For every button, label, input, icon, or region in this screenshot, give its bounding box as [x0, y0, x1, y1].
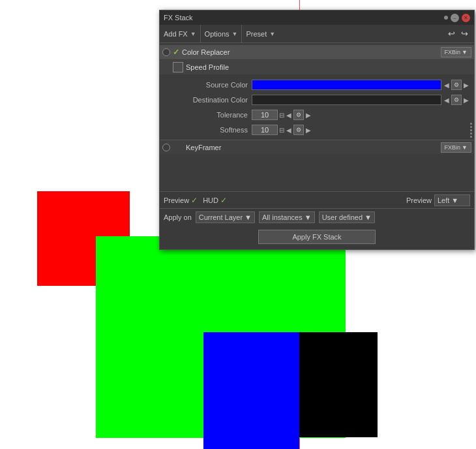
- source-color-icon-btn[interactable]: ⚙: [451, 80, 462, 90]
- tolerance-left-btn[interactable]: ◀: [285, 112, 293, 119]
- rect-black: [299, 332, 378, 437]
- preview-pos-dropdown[interactable]: Left ▼: [434, 194, 470, 206]
- add-fx-section[interactable]: Add FX ▼: [160, 25, 201, 42]
- all-instances-dropdown[interactable]: All instances ▼: [259, 211, 315, 223]
- hud-check-label[interactable]: HUD ✓: [203, 196, 227, 205]
- bottom-row1: Preview ✓ HUD ✓ Preview Left ▼: [160, 192, 474, 209]
- keyframer-label: KeyFramer: [186, 144, 438, 151]
- options-section[interactable]: Options ▼: [201, 25, 243, 42]
- grip-dot: [470, 136, 472, 138]
- fx-speed-profile-label: Speed Profile: [186, 63, 471, 71]
- softness-label: Softness: [164, 126, 252, 134]
- dest-color-right-btn[interactable]: ▶: [462, 97, 470, 104]
- window-title: FX Stack: [164, 14, 193, 22]
- current-layer-dropdown[interactable]: Current Layer ▼: [196, 211, 255, 223]
- fx-spacer: [160, 154, 474, 190]
- grip-dot: [470, 132, 472, 134]
- fx-enable-circle[interactable]: [162, 48, 170, 56]
- rect-blue: [203, 332, 299, 449]
- preview-label: Preview: [164, 196, 189, 204]
- title-bar-left: FX Stack: [164, 14, 193, 22]
- softness-right-btn[interactable]: ▶: [305, 127, 312, 134]
- source-color-left-btn[interactable]: ◀: [443, 82, 451, 89]
- user-defined-value: User defined: [322, 213, 363, 221]
- fx-item-speed-profile[interactable]: Speed Profile: [160, 60, 474, 74]
- fx-check-box-speed[interactable]: [173, 62, 183, 72]
- softness-controls: ⊟ ◀ ⚙ ▶: [279, 125, 312, 135]
- close-button[interactable]: ✕: [462, 14, 470, 22]
- title-bar: FX Stack – ✕: [160, 10, 474, 25]
- fx-color-replacer-label: Color Replacer: [182, 48, 438, 56]
- hud-label: HUD: [203, 196, 218, 204]
- bottom-controls: Preview ✓ HUD ✓ Preview Left ▼ Apply on …: [160, 191, 474, 249]
- source-color-swatch[interactable]: [252, 80, 441, 90]
- keyframer-row[interactable]: KeyFramer FXBin ▼: [160, 140, 474, 154]
- source-color-row: Source Color ◀ ⚙ ▶: [164, 78, 470, 92]
- source-color-label: Source Color: [164, 81, 252, 89]
- preset-section[interactable]: Preset ▼ ↩ ↪: [242, 25, 474, 42]
- user-defined-dropdown[interactable]: User defined ▼: [319, 211, 375, 223]
- dest-color-left-btn[interactable]: ◀: [443, 97, 451, 104]
- grip-dot: [470, 123, 472, 125]
- fxbin-color-replacer-button[interactable]: FXBin ▼: [441, 47, 471, 57]
- side-grip: [468, 121, 474, 139]
- preview-check: ✓: [191, 196, 198, 205]
- redo-button[interactable]: ↪: [459, 28, 470, 39]
- preview-right-label: Preview: [406, 196, 432, 204]
- window-dot: [444, 16, 448, 20]
- destination-color-row: Destination Color ◀ ⚙ ▶: [164, 93, 470, 107]
- softness-row: Softness 10 ⊟ ◀ ⚙ ▶: [164, 123, 470, 137]
- softness-icon-btn[interactable]: ⚙: [293, 125, 304, 135]
- fx-stack-panel: FX Stack – ✕ Add FX ▼ Options ▼ Preset ▼…: [159, 10, 475, 250]
- fxbin-arrow: ▼: [462, 49, 468, 55]
- keyframer-fxbin-arrow: ▼: [462, 144, 468, 151]
- dest-color-swatch[interactable]: [252, 95, 441, 105]
- add-fx-label: Add FX: [164, 30, 188, 38]
- source-color-controls: ◀ ⚙ ▶: [443, 80, 470, 90]
- tolerance-right-btn[interactable]: ▶: [305, 112, 312, 119]
- preview-right-section: Preview Left ▼: [406, 194, 470, 206]
- preset-label: Preset: [246, 30, 267, 38]
- current-layer-value: Current Layer: [199, 213, 243, 221]
- fx-list: ✓ Color Replacer FXBin ▼ Speed Profile S…: [160, 43, 474, 191]
- source-color-right-btn[interactable]: ▶: [462, 82, 470, 89]
- tolerance-label: Tolerance: [164, 111, 252, 119]
- dest-color-label: Destination Color: [164, 96, 252, 104]
- bottom-row2: Apply on Current Layer ▼ All instances ▼…: [160, 209, 474, 226]
- dest-color-controls: ◀ ⚙ ▶: [443, 95, 470, 105]
- tolerance-icon-btn[interactable]: ⚙: [293, 110, 304, 120]
- minimize-button[interactable]: –: [451, 14, 459, 22]
- options-arrow: ▼: [232, 31, 238, 37]
- softness-slider-icon: ⊟: [279, 127, 284, 134]
- tolerance-controls: ⊟ ◀ ⚙ ▶: [279, 110, 312, 120]
- toolbar: Add FX ▼ Options ▼ Preset ▼ ↩ ↪: [160, 25, 474, 43]
- undo-button[interactable]: ↩: [446, 28, 457, 39]
- preview-check-label[interactable]: Preview ✓: [164, 196, 198, 205]
- tolerance-row: Tolerance 10 ⊟ ◀ ⚙ ▶: [164, 108, 470, 122]
- keyframer-circle[interactable]: [162, 144, 170, 151]
- preview-pos-value: Left: [438, 196, 449, 204]
- apply-fx-stack-button[interactable]: Apply FX Stack: [258, 230, 376, 244]
- apply-row: Apply FX Stack: [160, 226, 474, 249]
- tolerance-input[interactable]: 10: [252, 110, 278, 120]
- fx-check-color-replacer: ✓: [173, 48, 179, 57]
- options-label: Options: [205, 30, 230, 38]
- apply-on-label: Apply on: [164, 213, 192, 221]
- current-layer-arrow: ▼: [245, 213, 252, 221]
- hud-check: ✓: [220, 196, 227, 205]
- preview-pos-arrow: ▼: [451, 196, 458, 204]
- grip-dot: [470, 126, 472, 128]
- add-fx-arrow: ▼: [190, 31, 196, 37]
- user-defined-arrow: ▼: [364, 213, 372, 221]
- properties-area: Source Color ◀ ⚙ ▶ Destination Color ◀ ⚙…: [160, 75, 474, 140]
- preset-arrow: ▼: [269, 31, 275, 37]
- fxbin-keyframer-button[interactable]: FXBin ▼: [441, 142, 471, 153]
- fx-item-color-replacer[interactable]: ✓ Color Replacer FXBin ▼: [160, 45, 474, 59]
- all-instances-value: All instances: [262, 213, 303, 221]
- all-instances-arrow: ▼: [305, 213, 312, 221]
- softness-input[interactable]: 10: [252, 125, 278, 135]
- preset-icon-btns: ↩ ↪: [446, 28, 470, 39]
- title-bar-controls: – ✕: [444, 14, 470, 22]
- dest-color-icon-btn[interactable]: ⚙: [451, 95, 462, 105]
- softness-left-btn[interactable]: ◀: [285, 127, 293, 134]
